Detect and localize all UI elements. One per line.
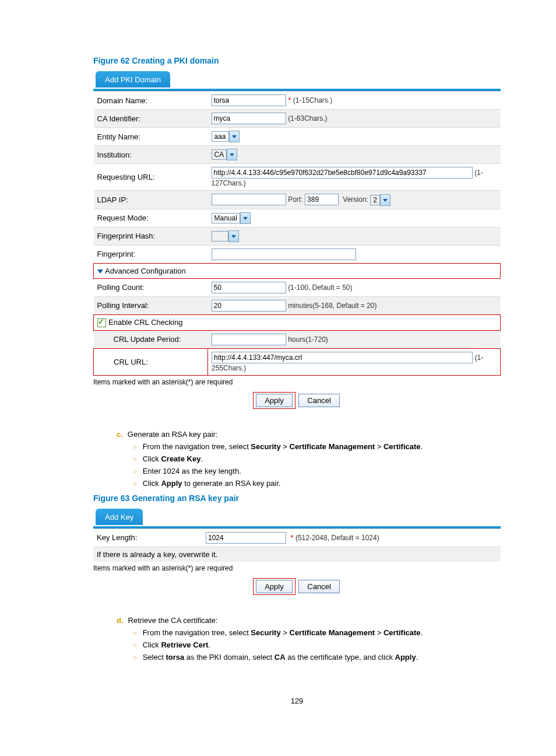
ldap-ip-input[interactable] — [212, 194, 286, 205]
label-fingerprint-hash: Fingerprint Hash: — [94, 227, 208, 245]
domain-name-input[interactable] — [212, 94, 286, 106]
add-key-panel: Add Key Key Length: * (512-2048, Default… — [93, 509, 501, 606]
ca-identifier-input[interactable] — [212, 113, 286, 124]
add-pki-domain-panel: Add PKI Domain Domain Name: * (1-15Chars… — [93, 71, 501, 419]
cancel-button-63[interactable]: Cancel — [298, 580, 339, 593]
label-ca-identifier: CA Identifier: — [94, 110, 208, 128]
req-mark-63: * — [290, 533, 293, 542]
label-domain-name: Domain Name: — [94, 92, 208, 110]
enable-crl-checkbox[interactable] — [97, 318, 106, 327]
label-crl-url: CRL URL: — [94, 348, 208, 375]
hint-key-length: (512-2048, Default = 1024) — [295, 534, 379, 542]
step-c-sub1: From the navigation tree, select Securit… — [133, 442, 501, 451]
figure-62-caption: Figure 62 Creating a PKI domain — [93, 56, 501, 65]
polling-count-input[interactable] — [212, 282, 286, 293]
req-mark: * — [288, 96, 291, 104]
label-enable-crl: Enable CRL Checking — [108, 318, 182, 327]
step-c-marker: c. — [117, 430, 123, 439]
step-c-sub4: Click Apply to generate an RSA key pair. — [133, 479, 501, 488]
page-number: 129 — [93, 696, 501, 705]
tab-add-pki-domain[interactable]: Add PKI Domain — [96, 71, 170, 88]
fingerprint-input[interactable] — [212, 249, 356, 260]
label-polling-interval: Polling Interval: — [94, 296, 208, 314]
apply-button-63[interactable]: Apply — [256, 580, 293, 593]
step-c-text: Generate an RSA key pair: — [128, 430, 218, 439]
step-d-marker: d. — [117, 616, 124, 625]
label-polling-count: Polling Count: — [94, 278, 208, 296]
apply-button-62[interactable]: Apply — [256, 394, 293, 407]
step-d-text: Retrieve the CA certificate: — [128, 616, 218, 625]
fingerprint-hash-select[interactable] — [228, 230, 239, 242]
hint-polling-count: (1-100, Default = 50) — [288, 284, 352, 292]
required-note-62: Items marked with an asterisk(*) are req… — [93, 378, 501, 386]
label-version: Version: — [343, 195, 368, 204]
label-institution: Institution: — [94, 146, 208, 164]
step-d: d.Retrieve the CA certificate: From the … — [117, 616, 501, 662]
crl-url-input[interactable] — [212, 352, 473, 363]
figure-63-caption: Figure 63 Generating an RSA key pair — [93, 494, 501, 503]
pki-domain-form: Domain Name: * (1-15Chars.) CA Identifie… — [93, 91, 501, 376]
step-c-sub2: Click Create Key. — [133, 454, 501, 463]
label-requesting-url: Requesting URL: — [94, 164, 208, 191]
step-c-sub3: Enter 1024 as the key length. — [133, 467, 501, 475]
overwrite-note: If there is already a key, overwrite it. — [93, 547, 501, 562]
hint-ca-identifier: (1-63Chars.) — [288, 114, 327, 123]
polling-interval-input[interactable] — [212, 300, 286, 312]
hint-crl-update: hours(1-720) — [288, 335, 328, 344]
institution-select-value: CA — [212, 149, 227, 160]
add-key-form: Key Length: * (512-2048, Default = 1024)… — [93, 528, 501, 562]
label-port: Port: — [288, 195, 302, 204]
step-d-sub1: From the navigation tree, select Securit… — [133, 628, 501, 637]
label-entity-name: Entity Name: — [94, 128, 208, 146]
step-d-sub3: Select torsa as the PKI domain, select C… — [133, 653, 501, 662]
crl-update-input[interactable] — [212, 334, 286, 345]
label-key-length: Key Length: — [93, 528, 202, 547]
expander-icon — [97, 270, 103, 274]
entity-name-select[interactable] — [229, 131, 240, 142]
advanced-configuration-toggle[interactable]: Advanced Configuration — [94, 263, 501, 278]
fingerprint-hash-value — [212, 231, 228, 242]
tab-add-key[interactable]: Add Key — [96, 509, 143, 525]
step-c: c.Generate an RSA key pair: From the nav… — [117, 430, 501, 488]
label-request-mode: Request Mode: — [94, 209, 208, 227]
cancel-button-62[interactable]: Cancel — [298, 394, 339, 407]
ldap-version-select[interactable] — [380, 194, 390, 206]
advanced-label: Advanced Configuration — [105, 267, 186, 275]
label-fingerprint: Fingerprint: — [94, 245, 208, 263]
hint-domain-name: (1-15Chars.) — [293, 96, 332, 104]
key-length-input[interactable] — [206, 532, 286, 544]
hint-polling-interval: minutes(5-168, Default = 20) — [288, 302, 376, 310]
ldap-version-value: 2 — [370, 195, 380, 205]
ldap-port-input[interactable] — [305, 194, 339, 205]
label-crl-update: CRL Update Period: — [94, 330, 208, 348]
label-ldap-ip: LDAP IP: — [94, 191, 208, 209]
request-mode-select[interactable] — [240, 212, 251, 224]
request-mode-value: Manual — [212, 213, 240, 223]
required-note-63: Items marked with an asterisk(*) are req… — [93, 564, 501, 572]
institution-select[interactable] — [227, 149, 237, 160]
requesting-url-input[interactable] — [212, 167, 473, 178]
step-d-sub2: Click Retrieve Cert. — [133, 640, 501, 649]
entity-name-select-value: aaa — [212, 131, 229, 142]
